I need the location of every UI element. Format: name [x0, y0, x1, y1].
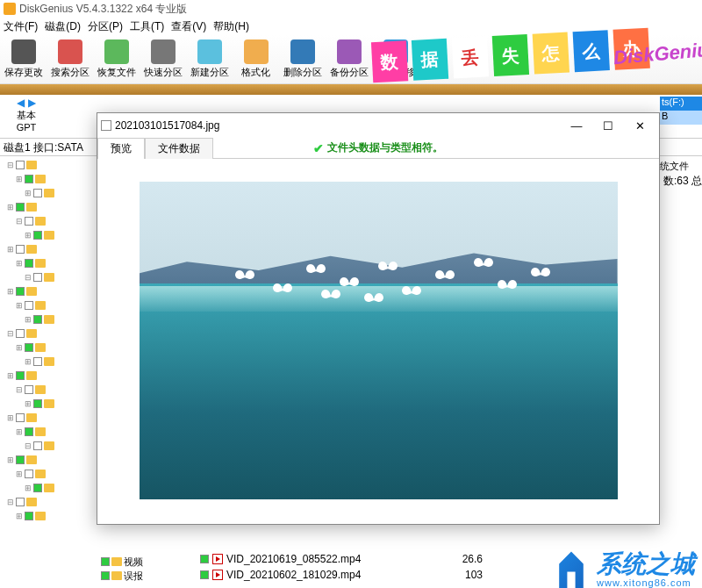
menu-item-3[interactable]: 工具(T): [130, 19, 164, 34]
checkbox-icon[interactable]: [16, 329, 25, 338]
menu-item-4[interactable]: 查看(V): [171, 19, 206, 34]
checkbox-icon[interactable]: [25, 217, 33, 226]
tree-row[interactable]: ⊞: [2, 200, 95, 214]
checkbox-icon[interactable]: [33, 189, 42, 197]
tree-row[interactable]: ⊟: [2, 439, 95, 453]
toolbar: 保存更改搜索分区恢复文件快速分区新建分区格式化删除分区备份分区系统迁移 数据丢失…: [0, 35, 702, 84]
checkbox-icon[interactable]: [16, 371, 25, 380]
right-panel: ts(F:) B 统文件互文件…B ~ 1…6 ~ 1…2 ~ 1…1 ~ 1.…: [660, 97, 702, 174]
checkbox-icon[interactable]: [33, 357, 42, 366]
tree-row[interactable]: ⊞: [2, 369, 95, 383]
tree-bottom-row[interactable]: 视频: [101, 555, 143, 569]
tree-row[interactable]: ⊞: [2, 411, 95, 425]
tool-7[interactable]: 备份分区: [326, 36, 372, 83]
tab-preview[interactable]: 预览: [97, 138, 145, 159]
checkbox-icon[interactable]: [16, 498, 25, 506]
checkbox-icon[interactable]: [33, 315, 42, 324]
tree-row[interactable]: ⊞: [2, 312, 95, 326]
video-icon: [212, 570, 223, 580]
tree-bottom-row[interactable]: 误报: [101, 569, 143, 583]
checkbox-icon[interactable]: [25, 470, 33, 478]
tree-panel[interactable]: ⊟⊞⊞⊞⊟⊞⊞⊞⊟⊞⊞⊞⊟⊞⊞⊞⊟⊞⊞⊞⊟⊞⊞⊞⊟⊞: [0, 156, 97, 569]
checkbox-icon[interactable]: [25, 385, 33, 394]
checkbox-icon[interactable]: [16, 287, 25, 296]
maximize-button[interactable]: ☐: [592, 115, 624, 136]
checkbox-icon[interactable]: [16, 203, 25, 212]
tree-row[interactable]: ⊞: [2, 453, 95, 467]
checkbox-icon[interactable]: [33, 441, 42, 450]
tree-row[interactable]: ⊟: [2, 326, 95, 341]
tree-row[interactable]: ⊞: [2, 298, 95, 312]
tool-4[interactable]: 新建分区: [186, 36, 233, 83]
checkbox-icon[interactable]: [25, 512, 33, 520]
preview-content: [97, 159, 659, 522]
menu-item-5[interactable]: 帮助(H): [213, 19, 249, 34]
tree-row[interactable]: ⊟: [2, 214, 95, 228]
tool-2[interactable]: 恢复文件: [93, 36, 140, 83]
tree-row[interactable]: ⊟: [2, 158, 95, 172]
tree-row[interactable]: ⊟: [2, 383, 95, 397]
basic-label-1: 基本: [0, 109, 53, 122]
tool-0[interactable]: 保存更改: [0, 36, 47, 83]
close-button[interactable]: ✕: [624, 115, 655, 136]
tree-row[interactable]: ⊞: [2, 186, 95, 200]
tree-row[interactable]: ⊟: [2, 495, 95, 509]
tool-icon: [197, 39, 222, 64]
checkbox-icon[interactable]: [25, 301, 33, 310]
tab-file-data[interactable]: 文件数据: [145, 138, 213, 159]
folder-icon: [44, 273, 54, 282]
tree-bottom[interactable]: 视频误报: [101, 555, 143, 583]
image-icon: [101, 120, 111, 131]
tree-row[interactable]: ⊞: [2, 509, 95, 523]
checkbox-icon[interactable]: [33, 484, 42, 492]
checkbox-icon[interactable]: [16, 161, 25, 169]
tool-5[interactable]: 格式化: [233, 36, 279, 83]
watermark-sub: www.xitong86.com: [597, 577, 695, 588]
checkbox-icon[interactable]: [33, 273, 42, 282]
file-row[interactable]: VID_20210619_085522.mp426.6: [193, 551, 483, 567]
menu-item-0[interactable]: 文件(F): [4, 19, 38, 34]
checkbox-icon[interactable]: [25, 259, 33, 268]
tree-row[interactable]: ⊞: [2, 172, 95, 186]
tree-row[interactable]: ⊟: [2, 270, 95, 284]
file-row[interactable]: VID_20210602_181029.mp4103: [193, 567, 483, 583]
menu-item-2[interactable]: 分区(P): [88, 19, 123, 34]
folder-icon: [35, 217, 46, 226]
checkbox-icon[interactable]: [33, 399, 42, 408]
tree-row[interactable]: ⊞: [2, 425, 95, 439]
checkbox-icon[interactable]: [25, 343, 33, 352]
tree-row[interactable]: ⊞: [2, 242, 95, 256]
tree-row[interactable]: ⊞: [2, 355, 95, 369]
tree-row[interactable]: ⊞: [2, 481, 95, 495]
tool-6[interactable]: 删除分区: [279, 36, 326, 83]
image-preview: [140, 182, 618, 499]
tree-row[interactable]: ⊞: [2, 467, 95, 481]
folder-icon: [26, 455, 37, 464]
checkbox-icon[interactable]: [25, 175, 33, 183]
tree-row[interactable]: ⊞: [2, 341, 95, 355]
checkbox-icon[interactable]: [16, 455, 25, 464]
nav-arrows-icon[interactable]: ◀ ▶: [0, 97, 53, 109]
minimize-button[interactable]: —: [561, 115, 592, 136]
check-icon: ✔: [313, 141, 324, 155]
checkbox-icon[interactable]: [33, 231, 42, 240]
checkbox-icon[interactable]: [25, 427, 33, 436]
tree-row[interactable]: ⊞: [2, 256, 95, 270]
right-item[interactable]: 统文件: [660, 160, 702, 174]
tree-row[interactable]: ⊞: [2, 397, 95, 411]
folder-icon: [35, 343, 46, 352]
tree-row[interactable]: ⊞: [2, 228, 95, 242]
tool-3[interactable]: 快速分区: [140, 36, 186, 83]
banner-tile-5: 么: [573, 30, 610, 72]
menu-item-1[interactable]: 磁盘(D): [45, 19, 81, 34]
checkbox-icon[interactable]: [16, 413, 25, 422]
checkbox-icon[interactable]: [16, 245, 25, 254]
tree-row[interactable]: ⊞: [2, 284, 95, 298]
tool-icon: [58, 39, 82, 64]
tool-1[interactable]: 搜索分区: [47, 36, 93, 83]
folder-icon: [35, 175, 46, 183]
folder-icon: [44, 484, 54, 492]
basic-panel: ◀ ▶ 基本 GPT: [0, 95, 53, 138]
right-header: ts(F:): [660, 97, 702, 111]
partition-bar[interactable]: [0, 84, 702, 95]
